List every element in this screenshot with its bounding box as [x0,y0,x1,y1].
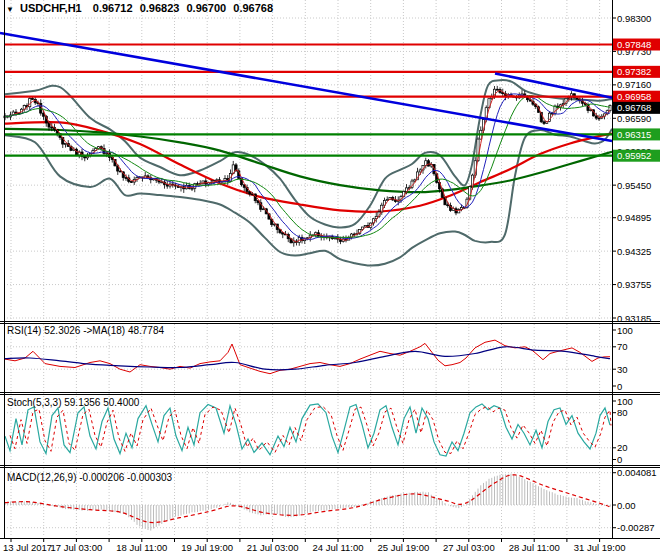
candle-body [51,127,53,128]
ma-fast-red-line [5,90,610,242]
indicator-axis-label: 80 [617,407,628,418]
price-axis-label: 0.95450 [617,180,651,191]
candle-body [125,178,127,179]
candle-body [598,118,600,119]
candle-body [64,144,66,145]
candle-body [106,153,108,154]
time-axis-label: 31 Jul 19:00 [574,542,626,553]
candle-body [427,161,429,166]
candle-body [191,188,193,189]
indicator-axis-label: 30 [617,364,628,375]
indicator-axis-label: 100 [617,325,633,336]
candle-body [609,105,611,110]
price-tag-label: 0.97848 [617,39,651,50]
time-axis-label: 17 Jul 03:00 [51,542,103,553]
price-axis-label: 0.93755 [617,279,651,290]
price-tag-label: 0.96958 [617,91,651,102]
price-axis-label: 0.98300 [617,13,651,24]
candle-body [386,199,388,200]
candles-series [4,86,611,247]
indicator-axis-label: 100 [617,396,633,407]
time-axis-label: 27 Jul 03:00 [443,542,495,553]
time-axis-label: 28 Jul 11:00 [509,542,560,553]
price-axis-label: 0.97160 [617,79,651,90]
price-axis-label: 0.96590 [617,113,651,124]
time-axis-label: 25 Jul 19:00 [378,542,430,553]
candle-body [31,99,33,100]
indicator-axis-label: 0.004081 [617,467,657,478]
trading-chart-window: 0.983000.977300.971600.965900.960200.954… [0,0,660,560]
ma-fast-green-line [5,96,610,238]
panel-borders [0,0,660,539]
price-axis-label: 0.93185 [617,313,651,324]
ma-slow-green-line [5,129,612,192]
macd-histogram [5,474,610,531]
rsi-ma-line [5,347,610,370]
candle-body [262,209,264,210]
time-axis-label: 21 Jul 03:00 [247,542,299,553]
indicator-axis-label: 0 [617,381,622,392]
time-axis-label: 13 Jul 2017 [3,542,52,553]
indicator-axis-label: -0.00287 [617,522,655,533]
time-axis[interactable]: 13 Jul 201717 Jul 03:0018 Jul 11:0019 Ju… [3,539,625,554]
indicator-axis-label: 0.00 [617,500,636,511]
price-tag-label: 0.95952 [617,150,651,161]
rsi-line [5,340,610,374]
candle-body [130,182,132,183]
indicator-axis-label: 0 [617,454,622,465]
indicator-axis-label: 20 [617,442,628,453]
price-tag-label: 0.97382 [617,66,651,77]
indicator-axis-label: 70 [617,341,628,352]
price-tag-label: 0.96315 [617,129,651,140]
price-axis[interactable]: 0.983000.977300.971600.965900.960200.954… [612,13,660,324]
indicator-axes[interactable]: 10070300100802000.0040810.00-0.00287 [612,325,657,534]
candle-body [496,89,498,90]
price-axis-label: 0.94325 [617,246,651,257]
candle-body [543,122,545,124]
gridlines [4,0,612,537]
price-tag-label: 0.96768 [617,102,651,113]
price-axis-label: 0.94895 [617,212,651,223]
time-axis-label: 19 Jul 19:00 [181,542,233,553]
candle-body [595,116,597,118]
candle-body [447,205,449,206]
chart-canvas[interactable]: 0.983000.977300.971600.965900.960200.954… [0,0,660,560]
time-axis-label: 24 Jul 11:00 [312,542,363,553]
time-axis-label: 18 Jul 11:00 [116,542,167,553]
